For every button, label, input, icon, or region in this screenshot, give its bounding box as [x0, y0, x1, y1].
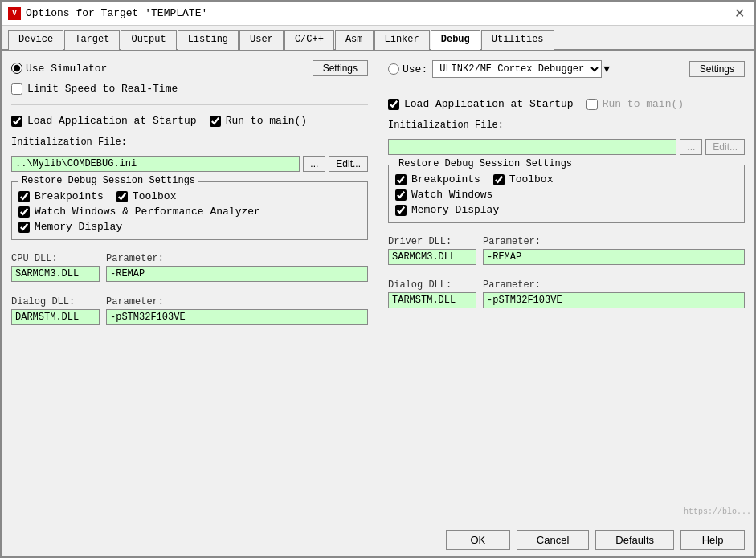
left-settings-button[interactable]: Settings — [313, 60, 368, 76]
left-memory-display-checkbox[interactable] — [18, 222, 30, 233]
left-watch-windows-label[interactable]: Watch Windows & Performance Analyzer — [18, 206, 361, 218]
right-use-row: Use: ULINK2/ME Cortex Debugger ▼ Setting… — [388, 60, 745, 78]
left-init-file-input[interactable] — [11, 156, 300, 172]
tab-target[interactable]: Target — [64, 30, 120, 50]
main-window: V Options for Target 'TEMPLATE' ✕ Device… — [0, 0, 756, 558]
left-column: Use Simulator Settings Limit Speed to Re… — [11, 60, 368, 516]
tab-listing[interactable]: Listing — [178, 30, 239, 50]
right-settings-button[interactable]: Settings — [689, 61, 745, 77]
right-toolbox-checkbox[interactable] — [493, 174, 505, 185]
right-restore-group: Restore Debug Session Settings Breakpoin… — [388, 165, 745, 223]
right-load-app-label[interactable]: Load Application at Startup — [388, 98, 574, 110]
right-memory-display-checkbox[interactable] — [395, 205, 407, 216]
left-dialog-dll-row: Dialog DLL: Parameter: — [11, 296, 368, 325]
right-memory-display-label[interactable]: Memory Display — [395, 204, 738, 216]
two-column-layout: Use Simulator Settings Limit Speed to Re… — [11, 60, 745, 516]
right-dll-section: Driver DLL: Parameter: — [388, 236, 745, 265]
left-dialog-dll-label: Dialog DLL: — [11, 296, 100, 308]
cancel-button[interactable]: Cancel — [517, 530, 589, 550]
right-run-to-main-label[interactable]: Run to main() — [586, 98, 684, 110]
right-use-radio[interactable] — [388, 63, 399, 75]
left-cpu-dll-input[interactable] — [11, 266, 100, 282]
ok-button[interactable]: OK — [446, 530, 510, 550]
left-dialog-dll-section: Dialog DLL: Parameter: — [11, 296, 368, 325]
left-load-app-checkbox[interactable] — [11, 116, 22, 127]
left-run-to-main-checkbox[interactable] — [210, 116, 221, 127]
left-watch-windows-checkbox[interactable] — [18, 206, 30, 218]
right-init-label: Initialization File: — [388, 120, 745, 131]
right-dialog-dll-input[interactable] — [388, 292, 476, 308]
watermark: https://blo... — [680, 506, 754, 518]
use-simulator-radio[interactable] — [11, 63, 22, 74]
right-driver-dll-row: Driver DLL: Parameter: — [388, 236, 745, 265]
window-title: Options for Target 'TEMPLATE' — [26, 7, 207, 19]
title-bar-left: V Options for Target 'TEMPLATE' — [8, 7, 207, 20]
tab-asm[interactable]: Asm — [335, 30, 374, 50]
tab-device[interactable]: Device — [8, 30, 63, 50]
left-memory-display-label[interactable]: Memory Display — [18, 221, 361, 233]
left-toolbox-checkbox[interactable] — [116, 191, 128, 202]
left-restore-group: Restore Debug Session Settings Breakpoin… — [11, 181, 368, 240]
left-breakpoints-label[interactable]: Breakpoints — [18, 190, 104, 202]
right-toolbox-label[interactable]: Toolbox — [493, 173, 554, 185]
tab-user[interactable]: User — [239, 30, 284, 50]
right-breakpoints-checkbox[interactable] — [395, 174, 407, 185]
left-dialog-param-col: Parameter: — [106, 296, 368, 325]
right-init-file-input[interactable] — [388, 139, 676, 155]
right-watch-windows-checkbox[interactable] — [395, 189, 407, 201]
left-bp-toolbox-row: Breakpoints Toolbox — [18, 190, 361, 202]
left-cpu-param-input[interactable] — [106, 266, 368, 282]
right-init-file-row: ... Edit... — [388, 139, 745, 155]
left-init-file-row: ... Edit... — [11, 156, 368, 172]
limit-speed-checkbox[interactable] — [11, 83, 22, 95]
left-cpu-param-label: Parameter: — [106, 253, 368, 264]
right-load-app-checkbox[interactable] — [388, 99, 399, 110]
column-divider — [378, 60, 378, 516]
right-driver-dll-col: Driver DLL: — [388, 236, 476, 265]
right-dialog-dll-section: Dialog DLL: Parameter: — [388, 279, 745, 308]
left-init-label: Initialization File: — [11, 136, 368, 148]
right-use-radio-label[interactable]: Use: — [388, 63, 427, 75]
right-dialog-dll-label: Dialog DLL: — [388, 279, 476, 291]
left-dialog-dll-input[interactable] — [11, 309, 100, 325]
left-dialog-param-label: Parameter: — [106, 296, 368, 308]
left-restore-content: Breakpoints Toolbox Watch Windows & Perf… — [18, 190, 361, 233]
defaults-button[interactable]: Defaults — [595, 530, 674, 550]
left-dialog-dll-col: Dialog DLL: — [11, 296, 100, 325]
left-dialog-param-input[interactable] — [106, 309, 368, 325]
tab-linker[interactable]: Linker — [374, 30, 430, 50]
right-dialog-param-input[interactable] — [483, 292, 745, 308]
right-run-to-main-checkbox[interactable] — [586, 99, 598, 110]
help-button[interactable]: Help — [680, 530, 745, 550]
right-breakpoints-label[interactable]: Breakpoints — [395, 173, 480, 185]
right-edit-button[interactable]: Edit... — [705, 139, 745, 155]
app-icon: V — [8, 7, 21, 20]
right-driver-param-input[interactable] — [483, 249, 745, 265]
left-restore-title: Restore Debug Session Settings — [18, 175, 198, 186]
right-driver-dll-label: Driver DLL: — [388, 236, 476, 247]
right-dialog-dll-col: Dialog DLL: — [388, 279, 476, 308]
left-cpu-param-col: Parameter: — [106, 253, 368, 282]
use-simulator-label[interactable]: Use Simulator — [11, 63, 107, 75]
dropdown-icon: ▼ — [603, 63, 610, 75]
right-watch-windows-label[interactable]: Watch Windows — [395, 189, 738, 201]
left-edit-button[interactable]: Edit... — [329, 156, 368, 172]
right-dialog-param-col: Parameter: — [483, 279, 745, 308]
left-browse-button[interactable]: ... — [303, 156, 325, 172]
tab-output[interactable]: Output — [121, 30, 176, 50]
right-browse-button[interactable]: ... — [680, 139, 702, 155]
left-toolbox-label[interactable]: Toolbox — [116, 190, 177, 202]
tab-cpp[interactable]: C/C++ — [284, 30, 334, 50]
left-breakpoints-checkbox[interactable] — [18, 191, 30, 202]
simulator-row: Use Simulator Settings — [11, 60, 368, 76]
right-debugger-select[interactable]: ULINK2/ME Cortex Debugger — [432, 60, 602, 78]
right-driver-dll-input[interactable] — [388, 249, 476, 265]
close-button[interactable]: ✕ — [731, 6, 748, 21]
left-run-to-main-label[interactable]: Run to main() — [210, 115, 307, 127]
title-bar: V Options for Target 'TEMPLATE' ✕ — [2, 2, 754, 26]
left-load-app-label[interactable]: Load Application at Startup — [11, 115, 197, 127]
limit-speed-row: Limit Speed to Real-Time — [11, 83, 368, 95]
right-dialog-param-label: Parameter: — [483, 279, 745, 291]
tab-debug[interactable]: Debug — [431, 30, 480, 50]
tab-utilities[interactable]: Utilities — [481, 30, 554, 50]
